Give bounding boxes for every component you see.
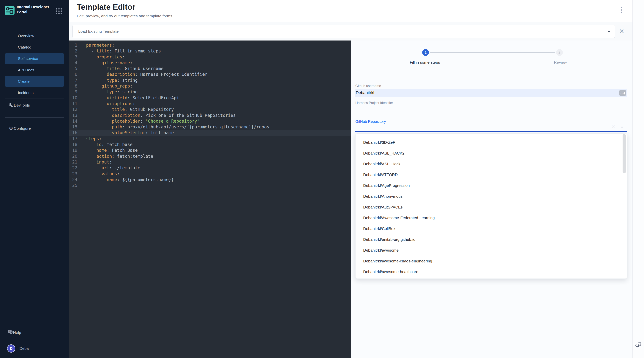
sidebar-item-configure[interactable]: ⚙ Configure [5,123,64,134]
line-number: 2 [69,48,77,54]
app-switcher-icon[interactable] [56,8,62,14]
github-username-label: Github username [355,84,381,88]
line-number: 12 [69,107,77,112]
line-number: 6 [69,72,77,77]
sidebar-item-create[interactable]: Create [5,76,64,87]
repository-option[interactable]: Debanitrkl/awesome-chaos-engineering [356,256,627,267]
code-text: name: ${{parameters.name}} [77,177,174,183]
sidebar-item-self-service[interactable]: Self service [5,53,64,64]
line-number: 10 [69,95,77,101]
repository-option[interactable]: Debanitrkl/anitab-org.github.io [356,234,627,245]
code-line-19[interactable]: 19 name: Fetch Base [69,147,351,153]
code-line-8[interactable]: 8 github_repo: [69,83,351,89]
stepper-step-2[interactable]: 2 [556,49,563,56]
code-line-1[interactable]: 1parameters: [69,42,351,48]
code-text: parameters: [77,42,114,48]
line-number: 13 [69,113,77,118]
sidebar-item-help[interactable]: ? Help [5,328,64,337]
sidebar-item-incidents[interactable]: Incidents [5,88,64,98]
code-line-6[interactable]: 6 description: Harness Project Identifie… [69,72,351,77]
repository-option[interactable]: Debanitrkl/awesome [356,245,627,256]
repository-option[interactable]: Debanitrkl/ASL_HACK2 [356,148,627,159]
code-line-14[interactable]: 14 placeholder: "Choose a Repository" [69,118,351,124]
dropdown-scrollbar[interactable] [622,134,626,173]
load-template-select[interactable]: Load Existing Template ▾ [72,25,615,38]
help-chat-icon: ? [5,329,13,336]
github-username-help: Harness Project Identifier [355,101,393,105]
line-number: 1 [69,42,77,48]
chat-support-icon[interactable] [635,340,642,348]
line-number: 22 [69,165,77,171]
line-number: 17 [69,136,77,142]
line-number: 9 [69,89,77,95]
code-line-16[interactable]: 16 valueSelector: full_name [69,130,351,136]
repository-option[interactable]: Debanitrkl/AgeProgression [356,180,627,191]
user-name: Deba [20,346,29,351]
sidebar-user[interactable]: D Deba [5,343,64,353]
code-line-25[interactable]: 25 [69,183,351,188]
code-line-7[interactable]: 7 type: string [69,77,351,83]
code-text: - title: Fill in some steps [77,48,161,54]
code-line-23[interactable]: 23 values: [69,171,351,177]
wrench-icon [5,103,13,108]
load-template-select-value: Load Existing Template [78,29,119,34]
yaml-code-editor[interactable]: 1parameters:2 - title: Fill in some step… [69,41,351,358]
code-text: path: proxy/github-api/users/{{parameter… [77,124,269,130]
code-line-15[interactable]: 15 path: proxy/github-api/users/{{parame… [69,124,351,130]
template-form-panel: 1 2 Fill in some steps Review Github use… [351,41,632,358]
code-line-20[interactable]: 20 action: fetch:template [69,153,351,159]
repository-option[interactable]: Debanitrkl/Anonymous [356,191,627,202]
code-line-13[interactable]: 13 description: Pick one of the GitHub R… [69,113,351,118]
code-text: description: Pick one of the GitHub Repo… [77,113,236,118]
password-manager-icon[interactable]: ••• [620,90,626,96]
stepper-step-1-label: Fill in some steps [388,60,462,65]
sidebar-item-catalog[interactable]: Catalog [5,42,64,53]
line-number: 3 [69,54,77,60]
svg-text:?: ? [9,330,10,333]
repository-option[interactable]: Debanitrkl/AutSPACEs [356,202,627,213]
sidebar-item-label: Configure [13,126,31,131]
code-line-4[interactable]: 4 gitusername: [69,60,351,66]
code-line-11[interactable]: 11 ui:options: [69,101,351,107]
repository-option[interactable]: Debanitrkl/ASL_Hack [356,159,627,169]
stepper-step-1[interactable]: 1 [422,49,429,56]
sidebar: Internal Developer Portal OverviewCatalo… [0,0,69,358]
code-text: valueSelector: full_name [77,130,174,136]
line-number: 21 [69,159,77,165]
repository-option[interactable]: Debanitrkl/3D-ZeF [356,137,627,148]
sidebar-item-devtools[interactable]: DevTools [5,100,64,110]
code-line-12[interactable]: 12 title: GitHub Repository [69,107,351,112]
sidebar-item-overview[interactable]: Overview [5,31,64,41]
code-line-17[interactable]: 17steps: [69,136,351,142]
code-line-5[interactable]: 5 title: Github username [69,66,351,72]
page-header: Template Editor Edit, preview, and try o… [69,0,644,22]
close-icon[interactable]: ✕ [617,25,626,37]
code-text: properties: [77,54,125,60]
code-text: placeholder: "Choose a Repository" [77,118,200,124]
code-text: title: GitHub Repository [77,107,174,112]
github-username-input[interactable] [355,89,627,97]
chevron-up-icon[interactable]: ▲ [620,125,624,129]
repository-option[interactable]: Debanitrkl/Awesome-Federated-Learning [356,213,627,223]
code-line-9[interactable]: 9 type: string [69,89,351,95]
right-utility-strip [632,0,644,358]
code-text: steps: [77,136,102,142]
code-line-22[interactable]: 22 url: ./template [69,165,351,171]
repository-dropdown: Debanitrkl/3D-ZeFDebanitrkl/ASL_HACK2Deb… [355,133,627,279]
code-line-3[interactable]: 3 properties: [69,54,351,60]
sidebar-item-api-docs[interactable]: API Docs [5,65,64,75]
repository-option[interactable]: Debanitrkl/CellBox [356,223,627,234]
clear-icon[interactable]: ✕ [612,124,616,130]
repository-option[interactable]: Debanitrkl/awesome-healthcare [356,267,627,277]
code-line-18[interactable]: 18 - id: fetch-base [69,142,351,147]
line-number: 14 [69,118,77,124]
repository-option[interactable]: Debanitrkl/ATFORD [356,169,627,180]
code-line-21[interactable]: 21 input: [69,159,351,165]
brand-title: Internal Developer Portal [17,5,56,15]
tools-divider [5,117,64,118]
code-line-24[interactable]: 24 name: ${{parameters.name}} [69,177,351,183]
code-line-10[interactable]: 10 ui:field: SelectFieldFromApi [69,95,351,101]
kebab-menu-icon[interactable] [621,7,622,14]
page-subtitle: Edit, preview, and try out templates and… [77,14,172,18]
code-line-2[interactable]: 2 - title: Fill in some steps [69,48,351,54]
